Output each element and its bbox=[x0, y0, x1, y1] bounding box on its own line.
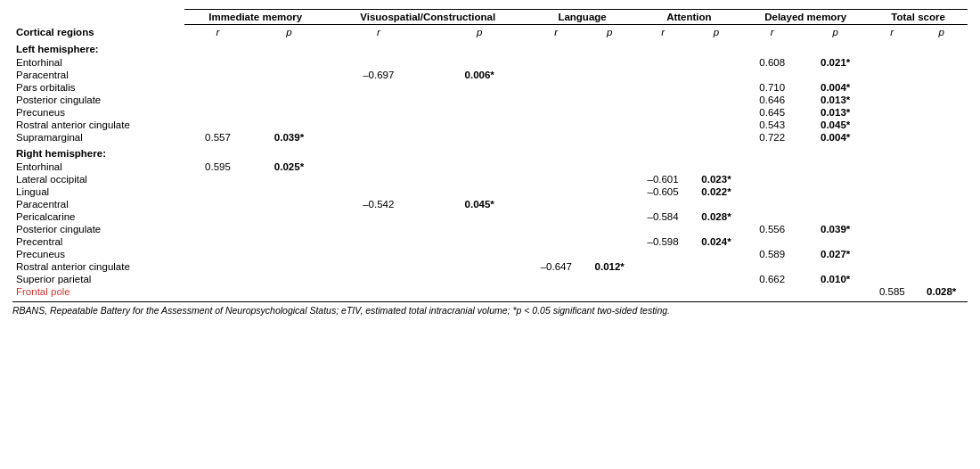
cell-value bbox=[251, 285, 327, 298]
table-row: Pericalcarine–0.5840.028* bbox=[12, 210, 968, 223]
table-row: Precuneus0.5890.027* bbox=[12, 248, 968, 260]
cell-value bbox=[915, 106, 968, 119]
lan-r-header: r bbox=[529, 25, 584, 40]
cell-value bbox=[251, 260, 327, 273]
cell-value: 0.010* bbox=[802, 273, 869, 285]
cell-value bbox=[635, 285, 690, 298]
cell-value bbox=[184, 56, 251, 69]
delayed-memory-header: Delayed memory bbox=[742, 10, 869, 25]
imm-p-header: p bbox=[251, 25, 327, 40]
cell-value bbox=[584, 160, 636, 173]
cell-value bbox=[690, 223, 743, 235]
tot-r-header: r bbox=[869, 25, 915, 40]
cell-value bbox=[529, 56, 584, 69]
cell-value bbox=[869, 223, 915, 235]
cell-value: 0.585 bbox=[869, 285, 915, 298]
cell-value bbox=[327, 160, 430, 173]
cell-value bbox=[869, 248, 915, 260]
cell-value bbox=[690, 69, 743, 81]
vis-r-header: r bbox=[327, 25, 430, 40]
cell-value bbox=[430, 235, 529, 248]
region-name: Posterior cingulate bbox=[12, 223, 184, 235]
region-name: Supramarginal bbox=[12, 131, 184, 144]
cell-value bbox=[430, 248, 529, 260]
cell-value: 0.722 bbox=[742, 131, 802, 144]
cell-value bbox=[327, 173, 430, 185]
table-row: Paracentral–0.5420.045* bbox=[12, 198, 968, 210]
cell-value bbox=[327, 223, 430, 235]
cell-value bbox=[251, 81, 327, 94]
del-r-header: r bbox=[742, 25, 802, 40]
cell-value: 0.589 bbox=[742, 248, 802, 260]
cell-value bbox=[251, 69, 327, 81]
cell-value bbox=[915, 198, 968, 210]
cell-value bbox=[184, 273, 251, 285]
visuospatial-header: Visuospatial/Constructional bbox=[327, 10, 529, 25]
table-row: Posterior cingulate0.6460.013* bbox=[12, 94, 968, 106]
cell-value bbox=[584, 81, 636, 94]
attention-header: Attention bbox=[635, 10, 742, 25]
cell-value bbox=[802, 210, 869, 223]
cell-value: 0.646 bbox=[742, 94, 802, 106]
cell-value bbox=[635, 223, 690, 235]
cell-value: 0.024* bbox=[690, 235, 743, 248]
cell-value bbox=[430, 285, 529, 298]
cell-value bbox=[184, 248, 251, 260]
cell-value: 0.004* bbox=[802, 131, 869, 144]
cell-value: 0.022* bbox=[690, 185, 743, 198]
cell-value bbox=[915, 210, 968, 223]
region-name: Precuneus bbox=[12, 248, 184, 260]
region-name: Pericalcarine bbox=[12, 210, 184, 223]
cell-value: 0.595 bbox=[184, 160, 251, 173]
cell-value bbox=[584, 210, 636, 223]
cell-value bbox=[529, 210, 584, 223]
cell-value bbox=[251, 235, 327, 248]
cell-value bbox=[635, 69, 690, 81]
cell-value bbox=[690, 248, 743, 260]
region-name: Lateral occipital bbox=[12, 173, 184, 185]
cell-value bbox=[430, 210, 529, 223]
language-header: Language bbox=[529, 10, 636, 25]
cell-value bbox=[184, 235, 251, 248]
cell-value bbox=[690, 285, 743, 298]
cell-value bbox=[915, 56, 968, 69]
table-row: Pars orbitalis0.7100.004* bbox=[12, 81, 968, 94]
cell-value bbox=[915, 160, 968, 173]
region-name: Precuneus bbox=[12, 106, 184, 119]
cell-value bbox=[327, 235, 430, 248]
cell-value bbox=[430, 81, 529, 94]
cell-value bbox=[529, 131, 584, 144]
cell-value bbox=[690, 260, 743, 273]
cell-value: –0.598 bbox=[635, 235, 690, 248]
cell-value bbox=[915, 94, 968, 106]
vis-p-header: p bbox=[430, 25, 529, 40]
cell-value bbox=[742, 198, 802, 210]
table-row: Frontal pole0.5850.028* bbox=[12, 285, 968, 298]
cell-value bbox=[869, 106, 915, 119]
cell-value: 0.608 bbox=[742, 56, 802, 69]
cell-value: 0.028* bbox=[915, 285, 968, 298]
table-row: Entorhinal0.5950.025* bbox=[12, 160, 968, 173]
cell-value bbox=[529, 223, 584, 235]
table-row: Posterior cingulate0.5560.039* bbox=[12, 223, 968, 235]
cell-value bbox=[915, 223, 968, 235]
cell-value bbox=[869, 198, 915, 210]
cell-value bbox=[251, 248, 327, 260]
cell-value bbox=[251, 198, 327, 210]
cell-value bbox=[529, 273, 584, 285]
cortical-regions-header: Cortical regions bbox=[12, 10, 184, 40]
cell-value bbox=[915, 185, 968, 198]
cell-value bbox=[584, 248, 636, 260]
region-name: Superior parietal bbox=[12, 273, 184, 285]
cell-value bbox=[802, 260, 869, 273]
cell-value bbox=[690, 131, 743, 144]
cell-value bbox=[742, 235, 802, 248]
cell-value bbox=[327, 248, 430, 260]
region-name: Entorhinal bbox=[12, 160, 184, 173]
table-row: Precuneus0.6450.013* bbox=[12, 106, 968, 119]
cell-value bbox=[869, 210, 915, 223]
cell-value bbox=[529, 173, 584, 185]
region-name: Paracentral bbox=[12, 198, 184, 210]
cell-value bbox=[327, 285, 430, 298]
cell-value bbox=[915, 119, 968, 131]
